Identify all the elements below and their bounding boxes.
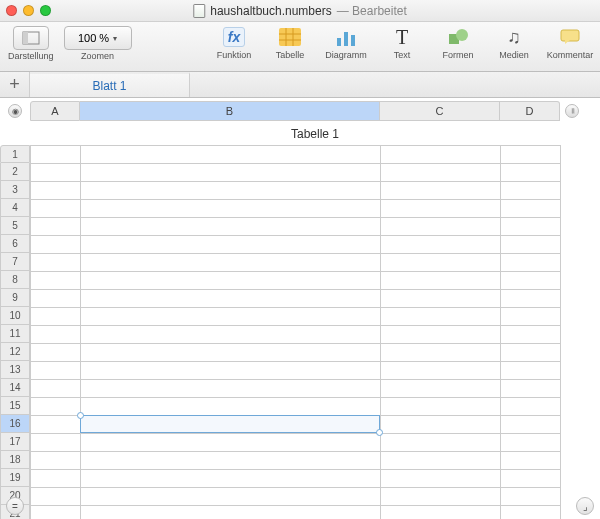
table-row [31, 236, 561, 254]
col-header-B[interactable]: B [80, 101, 380, 121]
table-row: Mein Budget im Monat 1500,00 € [31, 146, 561, 164]
budget-title[interactable]: Mein Budget im Monat [81, 146, 381, 164]
table-title[interactable]: Tabelle 1 [30, 121, 600, 145]
svg-rect-9 [351, 35, 355, 46]
function-icon: fx [220, 26, 248, 48]
svg-point-11 [456, 29, 468, 41]
row-header[interactable]: 8 [0, 271, 30, 289]
budget-amount[interactable]: 1500,00 € [501, 146, 561, 164]
add-sheet-button[interactable]: + [0, 72, 30, 97]
document-icon [193, 4, 205, 18]
row-header[interactable]: 10 [0, 307, 30, 325]
table-row [31, 416, 561, 434]
view-label: Darstellung [8, 51, 54, 61]
toolbar-chart[interactable]: Diagramm [324, 26, 368, 60]
minimize-window-button[interactable] [23, 5, 34, 16]
table-row [31, 434, 561, 452]
row-header[interactable]: 5 [0, 217, 30, 235]
sheet-tabs: + Blatt 1 [0, 72, 600, 98]
add-column-button[interactable]: ॥ [565, 104, 579, 118]
row-header[interactable]: 15 [0, 397, 30, 415]
table-row [31, 290, 561, 308]
row-header[interactable]: 2 [0, 163, 30, 181]
table-row [31, 452, 561, 470]
table-row [31, 470, 561, 488]
svg-rect-8 [344, 32, 348, 46]
chart-icon [332, 26, 360, 48]
toolbar: Darstellung 100 % ▾ Zoomen fx Funktion T… [0, 22, 600, 72]
zoom-button[interactable]: 100 % ▾ [64, 26, 132, 50]
table-row [31, 380, 561, 398]
row-header[interactable]: 1 [0, 145, 30, 163]
view-button[interactable] [13, 26, 49, 50]
row-header[interactable]: 11 [0, 325, 30, 343]
table-row [31, 200, 561, 218]
svg-rect-1 [23, 32, 28, 44]
chevron-down-icon: ▾ [113, 34, 117, 43]
col-header-A[interactable]: A [30, 101, 80, 121]
svg-marker-13 [565, 40, 570, 44]
column-headers: ◉ A B C D ॥ [0, 101, 600, 121]
table-row [31, 272, 561, 290]
window-titlebar: haushaltbuch.numbers — Bearbeitet [0, 0, 600, 22]
window-title: haushaltbuch.numbers — Bearbeitet [193, 4, 406, 18]
col-header-C[interactable]: C [380, 101, 500, 121]
table-icon [276, 26, 304, 48]
table-menu-button[interactable]: ◉ [8, 104, 22, 118]
row-header[interactable]: 13 [0, 361, 30, 379]
col-ausgaben[interactable]: Meine Ausgaben [81, 182, 381, 200]
row-header[interactable]: 17 [0, 433, 30, 451]
table-row [31, 218, 561, 236]
toolbar-comment[interactable]: Kommentar [548, 26, 592, 60]
row-header[interactable]: 9 [0, 289, 30, 307]
table-row [31, 254, 561, 272]
table-row [31, 362, 561, 380]
toolbar-text[interactable]: T Text [380, 26, 424, 60]
toolbar-media[interactable]: ♫ Medien [492, 26, 536, 60]
toolbar-icons: fx Funktion Tabelle Diagramm T Text Form… [212, 26, 592, 60]
table-row: Datum Meine Ausgaben Summe in € [31, 182, 561, 200]
svg-rect-7 [337, 38, 341, 46]
row-header[interactable]: 7 [0, 253, 30, 271]
row-header[interactable]: 12 [0, 343, 30, 361]
toolbar-table[interactable]: Tabelle [268, 26, 312, 60]
row-header[interactable]: 6 [0, 235, 30, 253]
row-header[interactable]: 18 [0, 451, 30, 469]
toolbar-shapes[interactable]: Formen [436, 26, 480, 60]
formula-button[interactable]: = [6, 497, 24, 515]
col-header-D[interactable]: D [500, 101, 560, 121]
filename-label: haushaltbuch.numbers [210, 4, 331, 18]
svg-rect-12 [561, 30, 579, 41]
col-summe[interactable]: Summe in € [381, 182, 501, 200]
row-headers: 12345678910111213141516171819202122 [0, 145, 30, 519]
spreadsheet-table[interactable]: Mein Budget im Monat 1500,00 € Datum Mei… [30, 145, 561, 519]
sheet-tab-1[interactable]: Blatt 1 [30, 72, 190, 97]
text-icon: T [388, 26, 416, 48]
toolbar-function[interactable]: fx Funktion [212, 26, 256, 60]
edited-label: — Bearbeitet [337, 4, 407, 18]
close-window-button[interactable] [6, 5, 17, 16]
row-header[interactable]: 4 [0, 199, 30, 217]
table-row [31, 398, 561, 416]
shapes-icon [444, 26, 472, 48]
resize-corner[interactable]: ⌟ [576, 497, 594, 515]
row-header[interactable]: 14 [0, 379, 30, 397]
zoom-window-button[interactable] [40, 5, 51, 16]
zoom-value: 100 % [78, 32, 109, 44]
table-row [31, 308, 561, 326]
spreadsheet-area: ◉ A B C D ॥ Tabelle 1 123456789101112131… [0, 98, 600, 519]
svg-rect-2 [279, 28, 301, 46]
table-row [31, 164, 561, 182]
zoom-label: Zoomen [81, 51, 114, 61]
row-header[interactable]: 16 [0, 415, 30, 433]
view-icon [22, 31, 40, 45]
row-header[interactable]: 3 [0, 181, 30, 199]
comment-icon [556, 26, 584, 48]
row-header[interactable]: 19 [0, 469, 30, 487]
media-icon: ♫ [500, 26, 528, 48]
table-row [31, 344, 561, 362]
col-datum[interactable]: Datum [31, 182, 81, 200]
table-row [31, 326, 561, 344]
